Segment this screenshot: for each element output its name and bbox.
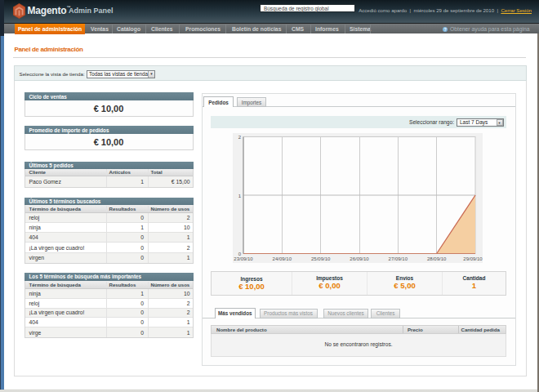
svg-text:28/09/10: 28/09/10 bbox=[427, 256, 447, 261]
svg-text:25/09/10: 25/09/10 bbox=[311, 256, 331, 261]
svg-text:23/09/10: 23/09/10 bbox=[234, 256, 253, 261]
svg-text:29/09/10: 29/09/10 bbox=[463, 256, 483, 261]
svg-text:27/09/10: 27/09/10 bbox=[389, 256, 408, 261]
svg-text:24/09/10: 24/09/10 bbox=[273, 256, 292, 261]
svg-text:26/09/10: 26/09/10 bbox=[350, 256, 369, 261]
svg-text:2: 2 bbox=[238, 135, 242, 140]
svg-text:1: 1 bbox=[238, 194, 242, 198]
